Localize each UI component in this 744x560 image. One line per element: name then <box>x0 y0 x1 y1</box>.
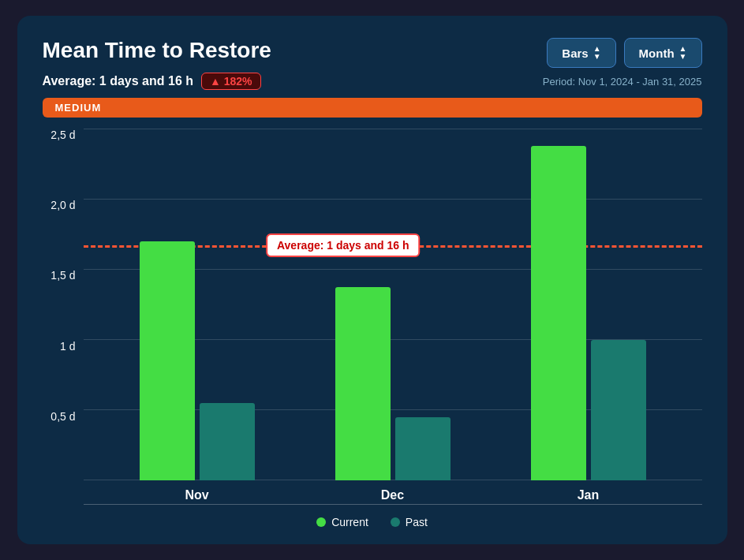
y-label-1: 2,0 d <box>43 199 84 211</box>
month-label-jan: Jan <box>491 488 686 502</box>
y-label-2: 1,5 d <box>43 269 84 282</box>
header-row: Mean Time to Restore Bars ▲▼ Month ▲▼ <box>43 38 702 68</box>
legend-past-label: Past <box>406 516 428 528</box>
bars-pair-jan <box>491 129 686 480</box>
plot-area: Average: 1 days and 16 h Nov <box>84 129 702 504</box>
average-group: Average: 1 days and 16 h ▲ 182% <box>43 73 261 90</box>
bar-jan-past <box>591 340 646 480</box>
chart-type-button[interactable]: Bars ▲▼ <box>547 38 615 68</box>
month-label-dec: Dec <box>295 488 491 502</box>
time-period-arrows-icon: ▲▼ <box>679 45 687 61</box>
y-axis: 2,5 d 2,0 d 1,5 d 1 d 0,5 d <box>43 129 84 504</box>
month-group-nov: Nov <box>99 129 295 480</box>
legend-current-dot <box>316 517 326 527</box>
chart-type-label: Bars <box>562 47 588 60</box>
bars-pair-nov <box>99 129 295 480</box>
x-axis-line <box>84 504 702 505</box>
main-card: Mean Time to Restore Bars ▲▼ Month ▲▼ Av… <box>17 16 727 544</box>
page-title: Mean Time to Restore <box>43 38 271 63</box>
time-period-label: Month <box>639 47 675 60</box>
bars-pair-dec <box>295 129 491 480</box>
controls-group: Bars ▲▼ Month ▲▼ <box>547 38 701 68</box>
y-label-0: 2,5 d <box>43 129 84 141</box>
legend-current: Current <box>316 516 368 528</box>
legend-past: Past <box>391 516 428 528</box>
month-group-dec: Dec <box>295 129 491 480</box>
y-label-4: 0,5 d <box>43 410 84 423</box>
period-text: Period: Nov 1, 2024 - Jan 31, 2025 <box>543 76 702 88</box>
bar-dec-past <box>395 417 451 480</box>
time-period-button[interactable]: Month ▲▼ <box>624 38 702 68</box>
month-group-jan: Jan <box>491 129 686 480</box>
average-label: Average: 1 days and 16 h <box>43 74 194 88</box>
chart-area: 2,5 d 2,0 d 1,5 d 1 d 0,5 d <box>43 129 702 528</box>
sub-row: Average: 1 days and 16 h ▲ 182% Period: … <box>43 73 702 90</box>
chart-type-arrows-icon: ▲▼ <box>593 45 601 61</box>
severity-badge: MEDIUM <box>43 98 702 118</box>
bar-jan-current <box>531 146 586 480</box>
legend: Current Past <box>43 516 702 528</box>
bars-container: Nov Dec <box>84 129 702 480</box>
bar-dec-current <box>335 287 391 480</box>
month-label-nov: Nov <box>99 488 295 502</box>
change-badge: ▲ 182% <box>201 73 261 90</box>
chart-inner: 2,5 d 2,0 d 1,5 d 1 d 0,5 d <box>43 129 702 504</box>
bar-nov-past <box>200 403 255 480</box>
y-label-3: 1 d <box>43 340 84 353</box>
legend-current-label: Current <box>331 516 368 528</box>
bar-nov-current <box>140 241 195 480</box>
legend-past-dot <box>391 517 400 527</box>
